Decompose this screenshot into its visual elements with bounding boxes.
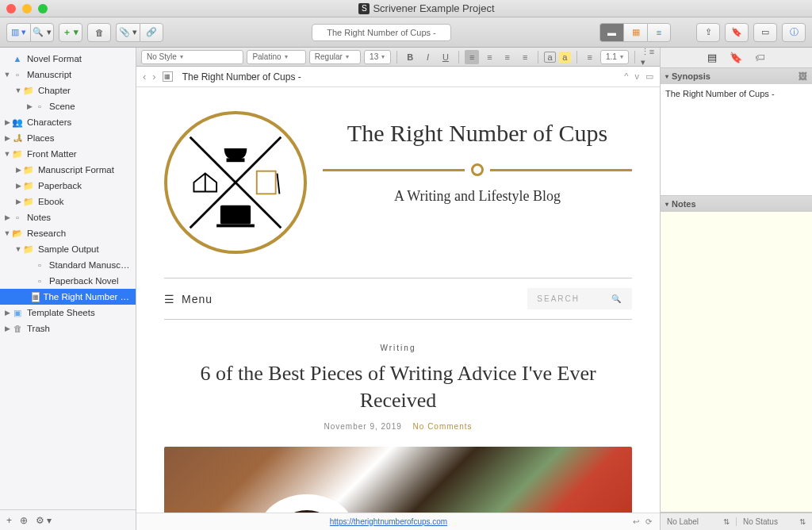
binder-item[interactable]: ▼📁Chapter [0,83,136,98]
notes-text-area[interactable] [661,212,812,512]
font-size-select[interactable]: 13 [364,50,391,64]
disclosure-triangle[interactable]: ▶ [14,166,22,174]
attach-button[interactable]: 📎 ▾ [116,23,140,42]
nav-down-button[interactable]: v [635,71,640,82]
binder-item[interactable]: ▼📁Sample Output [0,241,136,257]
binder-item[interactable]: ▫Standard Manuscript [0,257,136,273]
synopsis-text[interactable]: The Right Number of Cups - [661,84,812,195]
inspector-tab-metadata[interactable]: 🏷 [755,52,765,63]
blog-search[interactable]: SEARCH 🔍 [527,288,632,309]
disclosure-triangle[interactable]: ▼ [14,86,22,94]
notes-header[interactable]: Notes [661,196,812,212]
maximize-button[interactable] [38,4,48,13]
binder-item-label: Template Sheets [27,308,95,317]
binder-item-label: Front Matter [27,149,77,159]
inspector-tab-bookmarks[interactable]: 🔖 [730,52,742,63]
inspector-toggle-button[interactable]: ⓘ [782,23,806,42]
synopsis-image-icon[interactable]: 🖼 [799,71,807,81]
line-spacing-select[interactable]: 1.1 [600,50,629,64]
search-button[interactable]: 🔍 ▾ [30,23,54,42]
add-item-button[interactable]: + [6,515,12,526]
page-url-link[interactable]: https://therightnumberofcups.com [330,517,447,526]
status-select[interactable]: No Status ⇅ [737,517,812,526]
text-color-button[interactable]: a [544,52,556,63]
disclosure-triangle[interactable]: ▶ [3,325,11,332]
nav-back-button[interactable]: ‹ [143,71,146,83]
disclosure-triangle[interactable]: ▶ [3,134,11,142]
underline-button[interactable]: U [439,50,453,64]
binder-item-label: Scene [49,102,75,111]
add-button[interactable]: ＋ ▾ [59,23,82,42]
binder-item[interactable]: ▼▫Manuscript [0,67,136,83]
disclosure-triangle[interactable]: ▶ [25,102,33,110]
italic-button[interactable]: I [420,50,435,64]
inspector-tab-notes[interactable]: ▤ [707,52,717,63]
highlight-button[interactable]: a [559,52,571,63]
font-select[interactable]: Palatino [247,50,305,64]
align-right-button[interactable]: ≡ [500,50,515,64]
binder-item[interactable]: ▶👥Characters [0,114,136,130]
post-comments[interactable]: No Comments [413,422,473,431]
link-button[interactable]: 🔗 [140,23,163,42]
list-button[interactable]: ⋮≡ ▾ [641,50,655,64]
binder-item[interactable]: ▦The Right Number of Cups - [0,289,136,305]
post-category[interactable]: Writing [164,344,632,352]
binder-item[interactable]: ▼📁Front Matter [0,146,136,162]
blog-post: Writing 6 of the Best Pieces of Writing … [164,320,632,513]
disclosure-triangle[interactable]: ▼ [14,245,22,253]
blog-subtitle: A Writing and Lifestyle Blog [323,188,632,205]
binder-item[interactable]: ▶📁Ebook [0,194,136,209]
minimize-button[interactable] [22,4,32,13]
nav-forward-button[interactable]: › [152,71,155,83]
view-button[interactable]: ▥ ▾ [6,23,30,42]
disclosure-triangle[interactable]: ▶ [14,182,22,190]
menu-toggle[interactable]: ☰ Menu [164,293,213,305]
trash-button[interactable]: 🗑 [87,23,111,42]
font-variant-select[interactable]: Regular [309,50,361,64]
binder-item[interactable]: ▶🗑Trash [0,321,136,336]
binder-item[interactable]: ▶🏞Places [0,130,136,146]
disclosure-triangle[interactable]: ▼ [3,71,11,79]
binder-item-label: Paperback Novel [49,276,119,286]
binder-item[interactable]: ▶▣Template Sheets [0,305,136,321]
binder-item-label: Novel Format [27,54,82,63]
editor-content-area[interactable]: The Right Number of Cups A Writing and L… [136,87,660,513]
reload-button[interactable]: ⟳ [645,517,652,526]
disclosure-triangle[interactable]: ▼ [3,229,11,237]
bookmark-button[interactable]: 🔖 [725,23,749,42]
nav-up-button[interactable]: ^ [624,71,628,82]
style-select[interactable]: No Style [141,50,243,64]
align-justify-button[interactable]: ≡ [518,50,532,64]
history-back-button[interactable]: ↩ [633,517,639,526]
disclosure-triangle[interactable]: ▼ [3,150,11,158]
add-folder-button[interactable]: ⊕ [20,515,28,526]
post-title[interactable]: 6 of the Best Pieces of Writing Advice I… [164,360,632,414]
disclosure-triangle[interactable]: ▶ [3,309,11,317]
disclosure-triangle[interactable]: ▶ [3,213,11,221]
binder-settings-button[interactable]: ⚙ ▾ [36,515,52,526]
label-select[interactable]: No Label ⇅ [661,517,737,526]
binder-item[interactable]: ▶▫Scene [0,98,136,114]
dropdown-icon: ⇅ [799,517,806,526]
binder-item[interactable]: ▶📁Manuscript Format [0,162,136,178]
view-outline-button[interactable]: ≡ [647,23,671,42]
split-button[interactable]: ▭ [645,71,653,82]
binder-item[interactable]: ▼📂Research [0,225,136,241]
synopsis-header[interactable]: Synopsis 🖼 [661,68,812,84]
binder-item[interactable]: ▲Novel Format [0,51,136,67]
disclosure-triangle[interactable]: ▶ [14,198,22,205]
bold-button[interactable]: B [403,50,417,64]
align-left-button[interactable]: ≡ [465,50,479,64]
binder-item[interactable]: ▶📁Paperback [0,178,136,194]
close-button[interactable] [6,4,16,13]
view-document-button[interactable]: ▬ [599,23,623,42]
binder-item[interactable]: ▶▫Notes [0,209,136,225]
align-center-button[interactable]: ≡ [482,50,496,64]
share-button[interactable]: ⇪ [696,23,720,42]
document-title-field[interactable]: The Right Number of Cups - [312,24,452,41]
template-icon: ▣ [11,306,24,319]
view-corkboard-button[interactable]: ▦ [623,23,647,42]
binder-item[interactable]: ▫Paperback Novel [0,273,136,289]
disclosure-triangle[interactable]: ▶ [3,118,11,126]
compose-button[interactable]: ▭ [753,23,777,42]
